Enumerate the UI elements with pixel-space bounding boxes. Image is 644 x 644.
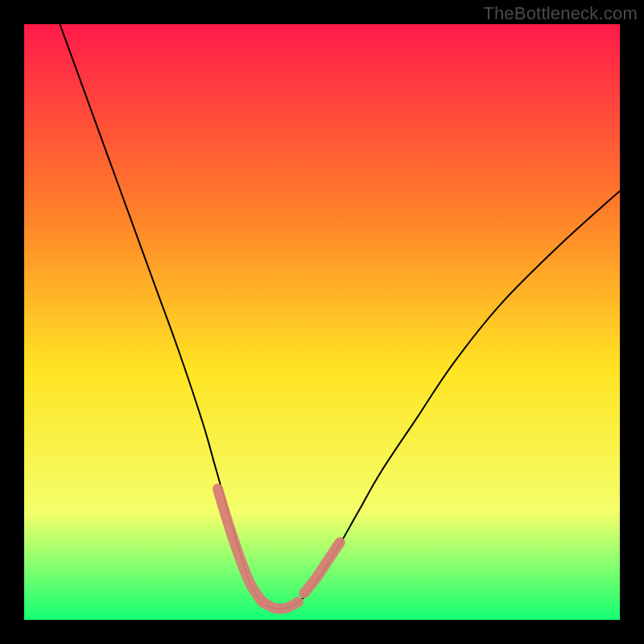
watermark-text: TheBottleneck.com: [483, 3, 638, 24]
chart-plot: [24, 24, 620, 620]
plot-background: [24, 24, 620, 620]
chart-frame: TheBottleneck.com: [0, 0, 644, 644]
